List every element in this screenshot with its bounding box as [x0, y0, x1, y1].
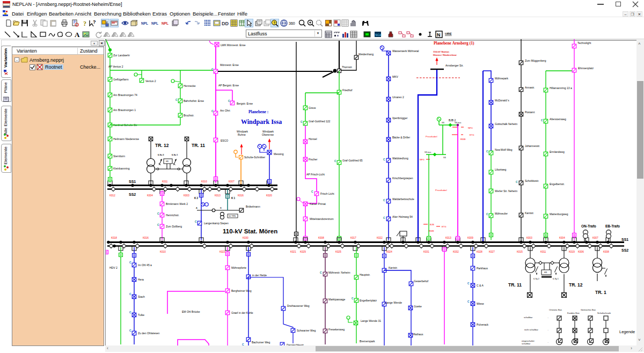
svg-text:Graef in der Kuhle: Graef in der Kuhle	[231, 311, 253, 314]
svg-text:NPL: NPL	[141, 21, 148, 25]
svg-text:TR. 12: TR. 12	[155, 143, 169, 148]
svg-text:K013: K013	[445, 237, 451, 239]
svg-text:Kantstr.: Kantstr.	[525, 211, 534, 215]
svg-text:Zu den Ohlwiesen: Zu den Ohlwiesen	[138, 332, 160, 335]
svg-text:TR. 12: TR. 12	[569, 282, 583, 288]
svg-text:URE: URE	[445, 32, 452, 35]
svg-text:K012: K012	[109, 194, 115, 197]
svg-text:→: →	[546, 341, 549, 343]
svg-text:Schulte-Schnitker: Schulte-Schnitker	[244, 156, 266, 159]
svg-text:Kirschbergsiepen: Kirschbergsiepen	[392, 176, 413, 180]
svg-text:K030: K030	[243, 237, 248, 239]
svg-text:6-Sy 1: 6-Sy 1	[553, 278, 559, 280]
svg-text:Hera: Hera	[138, 278, 144, 281]
svg-text:Bachumer Weg: Bachumer Weg	[252, 341, 270, 344]
svg-text:Gewerbehof: Gewerbehof	[414, 280, 429, 283]
svg-text:Ortsnetz-Stat.: Ortsnetz-Stat.	[549, 308, 562, 311]
svg-text:?: ?	[273, 21, 275, 25]
svg-text:Arnsberger Str.: Arnsberger Str.	[445, 64, 464, 67]
svg-text:Langenkamp Siepen: Langenkamp Siepen	[204, 222, 229, 225]
svg-text:Im Ohl 45 a: Im Ohl 45 a	[138, 263, 152, 267]
svg-text:Annastr.: Annastr.	[525, 86, 535, 89]
svg-text:Pulverack: Pulverack	[477, 323, 488, 326]
svg-text:C: C	[541, 119, 543, 122]
svg-text:Umarex 2: Umarex 2	[392, 95, 404, 99]
svg-text:SS mvs: SS mvs	[455, 122, 462, 124]
svg-text:6-So 1: 6-So 1	[172, 154, 178, 156]
svg-text:K018: K018	[111, 237, 117, 239]
svg-text:Am Brautmorgen 1: Am Brautmorgen 1	[113, 108, 136, 112]
svg-text:SS: SS	[443, 157, 446, 159]
svg-text:K011: K011	[540, 251, 546, 253]
svg-text:Rathaus: Rathaus	[413, 333, 423, 336]
svg-text:110-kV Stat. Mören: 110-kV Stat. Mören	[223, 228, 277, 234]
svg-text:6-So 3: 6-So 3	[158, 154, 164, 156]
svg-text:Bahnhofstr. Ense: Bahnhofstr. Ense	[184, 99, 204, 102]
svg-text:Lange Wende 31: Lange Wende 31	[361, 319, 381, 322]
svg-text:A: A	[196, 207, 197, 209]
svg-text:C: C	[467, 282, 470, 285]
svg-text:K016: K016	[238, 194, 244, 197]
svg-text:Marienburgweg: Marienburgweg	[550, 212, 568, 216]
svg-text:schaltbar: schaltbar	[522, 342, 531, 345]
svg-text:MKV: MKV	[392, 75, 399, 78]
svg-text:SS1: SS1	[129, 180, 136, 183]
svg-text:AP Frisch-Licht: AP Frisch-Licht	[306, 173, 325, 176]
svg-text:Friedhof: Friedhof	[342, 89, 353, 92]
svg-text:C: C	[301, 120, 303, 123]
svg-text:TR. 11: TR. 11	[192, 143, 205, 148]
svg-text:C: C	[383, 216, 385, 219]
svg-text:Am Brautmorgen 74: Am Brautmorgen 74	[113, 93, 137, 97]
svg-text:Heinrichstr.: Heinrichstr.	[166, 214, 179, 217]
svg-text:NFG: NFG	[468, 127, 473, 129]
svg-text:K006: K006	[578, 251, 584, 253]
svg-text:Hüsten / Niederelmar: Hüsten / Niederelmar	[433, 54, 457, 56]
svg-text:Zur Landwehr: Zur Landwehr	[113, 54, 130, 57]
svg-text:K009: K009	[467, 237, 473, 239]
svg-text:Graf-Gottfried 122: Graf-Gottfried 122	[309, 120, 331, 123]
svg-text:K029: K029	[300, 251, 306, 253]
svg-text:Werler Str. Neheim: Werler Str. Neheim	[495, 189, 517, 193]
svg-text:Ruhne: Ruhne	[238, 133, 246, 136]
svg-text:360: 360	[289, 21, 295, 25]
svg-text:Fischer: Fischer	[309, 158, 318, 161]
svg-text:Kunden-Stat.: Kunden-Stat.	[567, 312, 580, 314]
svg-text:HS: HS	[544, 271, 547, 274]
svg-text:Engelbertstr.: Engelbertstr.	[550, 182, 565, 186]
svg-text:Weidenhang: Weidenhang	[358, 53, 374, 56]
svg-text:Bergstr. Ense: Bergstr. Ense	[237, 102, 253, 105]
svg-text:Johannesstr.: Johannesstr.	[525, 144, 540, 148]
svg-text:K008: K008	[318, 237, 324, 239]
svg-text:SS: SS	[442, 122, 444, 124]
svg-text:Schaltschrank: Schaltschrank	[597, 312, 611, 314]
svg-text:C: C	[486, 150, 488, 153]
svg-text:Schwarzer Weg: Schwarzer Weg	[297, 329, 316, 332]
svg-text:schaltbar: schaltbar	[524, 316, 533, 319]
svg-text:K027: K027	[489, 251, 495, 253]
svg-text:Ventus 2: Ventus 2	[145, 79, 156, 83]
svg-text:K024: K024	[386, 251, 392, 253]
svg-text:in der Helde: in der Helde	[252, 274, 267, 277]
svg-text:Bruchstr.: Bruchstr.	[184, 114, 194, 117]
svg-text:Engelbertplatz: Engelbertplatz	[360, 299, 377, 302]
svg-text:K031: K031	[423, 251, 429, 253]
svg-text:→: →	[546, 316, 549, 319]
svg-text:C: C	[211, 68, 214, 71]
svg-text:Noa-Wolf-Weg: Noa-Wolf-Weg	[495, 148, 513, 151]
svg-text:C: C	[157, 223, 159, 226]
svg-text:SS mvs: SS mvs	[425, 151, 431, 153]
svg-text:Wiese: Wiese	[477, 302, 484, 305]
svg-text:K028: K028	[477, 251, 482, 253]
svg-text:K007: K007	[229, 180, 235, 183]
svg-text:C: C	[129, 292, 131, 296]
svg-text:Ehmsenplatz: Ehmsenplatz	[578, 67, 594, 70]
svg-text:K003: K003	[184, 194, 189, 197]
svg-text:K 2: K 2	[194, 197, 199, 200]
svg-text:Hauptstr.: Hauptstr.	[360, 273, 370, 276]
svg-text:Kaiser Primat: Kaiser Primat	[310, 202, 326, 205]
svg-text:K011: K011	[162, 180, 168, 183]
svg-text:C: C	[311, 190, 313, 193]
svg-text:Frisch Licht: Frisch Licht	[320, 192, 334, 195]
svg-text:K025: K025	[335, 251, 341, 253]
svg-text:Tulke: Tulke	[138, 313, 144, 317]
